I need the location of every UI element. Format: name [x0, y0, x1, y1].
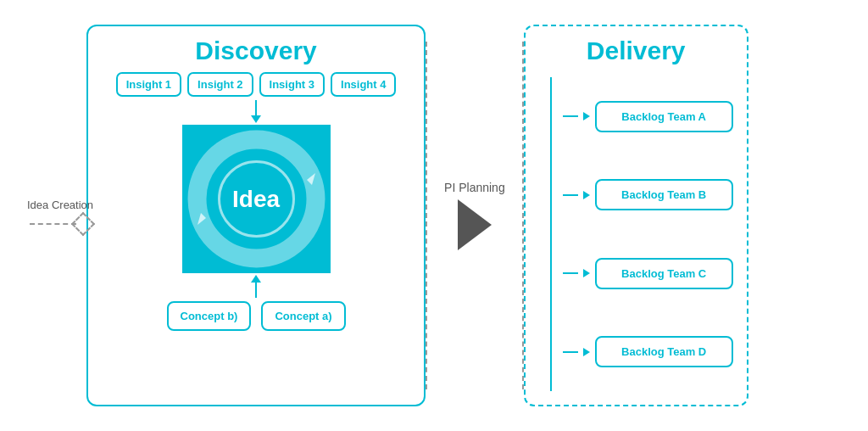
insight-3: Insight 3: [259, 72, 325, 97]
teams-wrapper: Backlog Team A Backlog Team B Backlog Te…: [539, 77, 733, 391]
team-box-c: Backlog Team C: [595, 258, 733, 289]
arrow-down-tip: [251, 115, 261, 123]
idea-creation-label: Idea Creation: [27, 199, 93, 211]
pi-right-border: [522, 42, 524, 389]
team-row-c: Backlog Team C: [563, 258, 733, 289]
team-box-d: Backlog Team D: [595, 336, 733, 367]
concepts-row: Concept b) Concept a): [167, 301, 346, 331]
idea-creation-arrow: [30, 216, 92, 232]
concept-b: Concept b): [167, 301, 252, 331]
discovery-title: Discovery: [195, 36, 316, 65]
team-box-b: Backlog Team B: [595, 179, 733, 210]
team-row-d: Backlog Team D: [563, 336, 733, 367]
arrow-a: [583, 112, 590, 120]
team-row-a: Backlog Team A: [563, 101, 733, 132]
concept-to-idea-connector: [251, 275, 261, 298]
diamond-shape: [70, 212, 94, 236]
v-branch-line: [550, 77, 552, 391]
v-line-up: [255, 283, 257, 298]
teams-list: Backlog Team A Backlog Team B Backlog Te…: [563, 77, 733, 391]
diagram-container: Idea Creation Discovery Insight 1 Insigh…: [19, 12, 849, 419]
idea-label: Idea: [232, 186, 280, 213]
discovery-box: Discovery Insight 1 Insight 2 Insight 3 …: [86, 25, 426, 406]
insights-row: Insight 1 Insight 2 Insight 3 Insight 4: [116, 72, 397, 97]
pi-left-border: [426, 42, 427, 389]
h-line-d: [563, 351, 578, 353]
dashed-line: [30, 223, 76, 225]
h-line-c: [563, 272, 578, 274]
pi-planning-section: PI Planning: [426, 25, 524, 406]
insight-to-idea-connector: [251, 100, 261, 123]
insight-4: Insight 4: [331, 72, 396, 97]
branch-line-container: [539, 77, 563, 391]
idea-creation-section: Idea Creation: [27, 199, 93, 232]
team-box-a: Backlog Team A: [595, 101, 733, 132]
arrow-up-tip: [251, 275, 261, 283]
delivery-box: Delivery Backlog Team A: [524, 25, 748, 406]
arrow-b: [583, 191, 590, 199]
team-row-b: Backlog Team B: [563, 179, 733, 210]
pi-content: PI Planning: [432, 181, 517, 250]
h-line-a: [563, 115, 578, 117]
arrow-d: [583, 348, 590, 356]
insight-1: Insight 1: [116, 72, 181, 97]
arrow-c: [583, 269, 590, 277]
pi-planning-label: PI Planning: [444, 181, 505, 194]
delivery-title: Delivery: [587, 36, 686, 65]
idea-area: Idea: [182, 125, 331, 273]
v-line-down: [255, 100, 257, 115]
concept-a: Concept a): [261, 301, 345, 331]
insight-2: Insight 2: [187, 72, 253, 97]
big-arrow-right: [458, 199, 492, 250]
h-line-b: [563, 194, 578, 196]
